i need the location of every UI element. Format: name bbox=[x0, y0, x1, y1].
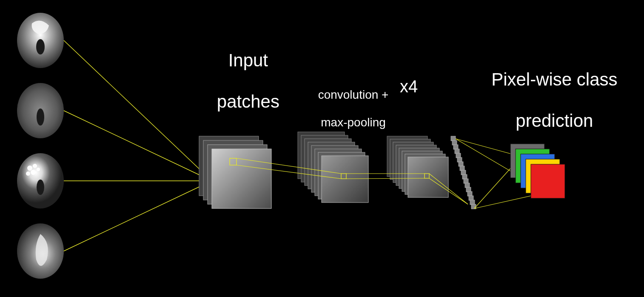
output-class-maps bbox=[510, 144, 565, 198]
brain-scan-4 bbox=[17, 223, 64, 279]
svg-point-3 bbox=[37, 109, 44, 126]
label-convolution: convolution + max-pooling bbox=[298, 74, 396, 143]
svg-point-7 bbox=[33, 164, 37, 168]
svg-rect-53 bbox=[461, 170, 466, 175]
diagram-stage: Input patches convolution + max-pooling … bbox=[0, 0, 644, 297]
svg-line-15 bbox=[64, 181, 212, 251]
svg-rect-70 bbox=[531, 164, 565, 198]
svg-rect-49 bbox=[456, 153, 461, 158]
svg-point-1 bbox=[36, 39, 45, 54]
svg-rect-46 bbox=[452, 140, 457, 145]
text-line: prediction bbox=[516, 111, 593, 131]
svg-rect-51 bbox=[459, 162, 463, 166]
text-line: Input bbox=[228, 50, 268, 70]
feature-map-stack-2 bbox=[387, 136, 448, 197]
svg-rect-60 bbox=[470, 200, 475, 205]
svg-rect-56 bbox=[465, 183, 470, 188]
svg-rect-28 bbox=[322, 156, 368, 203]
label-input-patches: Input patches bbox=[183, 30, 294, 132]
svg-point-10 bbox=[37, 168, 40, 171]
label-output: Pixel-wise class prediction bbox=[468, 49, 621, 151]
input-patch-stack bbox=[199, 136, 271, 208]
svg-point-8 bbox=[26, 171, 30, 176]
text-line: patches bbox=[217, 91, 279, 111]
svg-rect-48 bbox=[455, 149, 459, 154]
svg-rect-59 bbox=[469, 196, 473, 200]
text-line: max-pooling bbox=[321, 116, 386, 129]
brain-scan-2 bbox=[17, 83, 64, 138]
svg-rect-57 bbox=[466, 187, 471, 192]
svg-rect-50 bbox=[457, 157, 462, 162]
svg-rect-52 bbox=[460, 166, 464, 171]
svg-point-5 bbox=[37, 180, 44, 195]
svg-rect-54 bbox=[462, 174, 467, 179]
brain-scan-1 bbox=[17, 13, 64, 68]
text-line: convolution + bbox=[318, 88, 389, 101]
svg-rect-37 bbox=[408, 157, 448, 197]
text-line: Pixel-wise class bbox=[491, 69, 617, 89]
svg-rect-47 bbox=[453, 145, 458, 149]
brain-scan-3 bbox=[17, 153, 64, 208]
label-x4: x4 bbox=[400, 77, 418, 96]
svg-rect-55 bbox=[464, 179, 468, 183]
svg-rect-45 bbox=[451, 136, 456, 141]
svg-point-6 bbox=[27, 166, 32, 171]
svg-point-9 bbox=[31, 170, 36, 175]
svg-rect-58 bbox=[467, 191, 472, 196]
svg-rect-19 bbox=[212, 149, 271, 208]
